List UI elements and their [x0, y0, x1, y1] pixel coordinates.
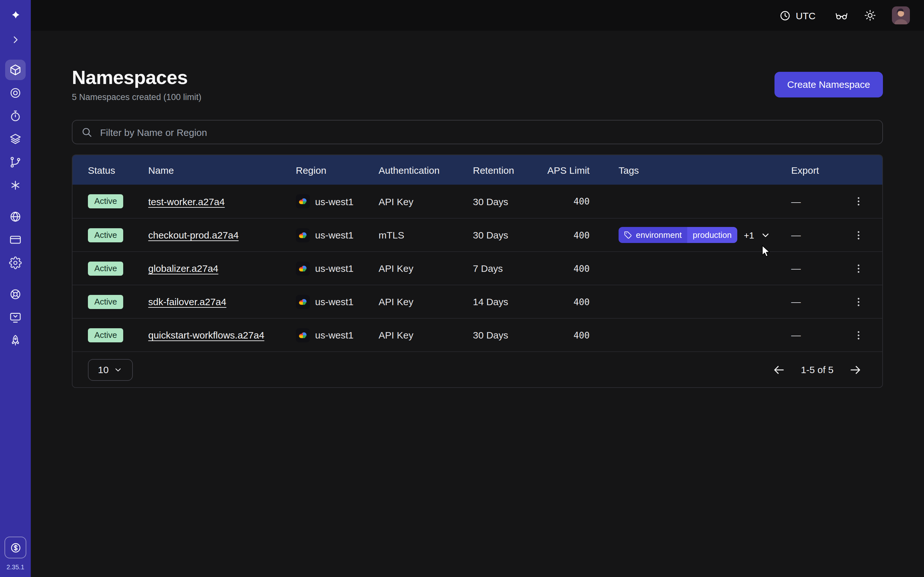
row-menu-button[interactable]: [850, 327, 867, 343]
col-region: Region: [296, 164, 379, 175]
namespaces-page: Namespaces 5 Namespaces created (100 lim…: [31, 31, 924, 388]
status-badge: Active: [88, 295, 124, 309]
table-footer: 10 1-5 of 5: [73, 351, 882, 387]
export-value: —: [791, 330, 843, 340]
search-icon: [81, 126, 92, 138]
retention-label: 30 Days: [473, 196, 548, 207]
table-row: Active test-worker.a27a4 us-west1 API Ke…: [73, 185, 882, 218]
auth-label: API Key: [379, 263, 473, 274]
temporal-logo[interactable]: [10, 0, 21, 31]
aps-limit-value: 400: [548, 230, 619, 240]
status-badge: Active: [88, 194, 124, 208]
connectivity-icon[interactable]: [5, 206, 26, 227]
task-queues-icon[interactable]: [5, 152, 26, 172]
status-badge: Active: [88, 228, 124, 242]
timezone-label: UTC: [796, 10, 816, 21]
gcp-cloud-icon: [296, 328, 310, 342]
tag-chip[interactable]: environment production: [619, 227, 738, 243]
pagination-range: 1-5 of 5: [801, 364, 834, 375]
gcp-cloud-icon: [296, 194, 310, 208]
chevron-down-icon: [114, 365, 123, 374]
theme-toggle-sun-icon[interactable]: [864, 9, 877, 22]
deployments-icon[interactable]: [5, 129, 26, 149]
gcp-cloud-icon: [296, 261, 310, 276]
settings-gear-icon[interactable]: [5, 253, 26, 273]
table-row: Active checkout-prod.a27a4 us-west1 mTLS…: [73, 218, 882, 251]
col-export: Export: [791, 164, 843, 175]
region-label: us-west1: [315, 330, 354, 340]
glasses-icon[interactable]: [835, 9, 848, 22]
gcp-cloud-icon: [296, 295, 310, 309]
auth-label: API Key: [379, 196, 473, 207]
expand-chevron-icon[interactable]: [5, 31, 26, 49]
aps-limit-value: 400: [548, 297, 619, 307]
page-title: Namespaces: [72, 67, 202, 88]
export-value: —: [791, 196, 843, 207]
support-lifebuoy-icon[interactable]: [5, 284, 26, 305]
namespace-link[interactable]: test-worker.a27a4: [148, 196, 225, 207]
status-badge: Active: [88, 328, 124, 342]
sidebar-nav-help: [5, 284, 26, 351]
export-value: —: [791, 229, 843, 240]
version-label: 2.35.1: [6, 564, 24, 571]
namespaces-icon[interactable]: [5, 60, 26, 80]
retention-label: 30 Days: [473, 330, 548, 340]
retention-label: 7 Days: [473, 263, 548, 274]
table-row: Active quickstart-workflows.a27a4 us-wes…: [73, 318, 882, 351]
col-retention: Retention: [473, 164, 548, 175]
nexus-icon[interactable]: [5, 175, 26, 195]
table-body: Active test-worker.a27a4 us-west1 API Ke…: [73, 185, 882, 351]
page-size-select[interactable]: 10: [88, 359, 133, 380]
retention-label: 14 Days: [473, 296, 548, 307]
auth-label: API Key: [379, 330, 473, 340]
schedules-icon[interactable]: [5, 106, 26, 126]
row-menu-button[interactable]: [850, 293, 867, 310]
timezone-button[interactable]: UTC: [775, 9, 819, 22]
sidebar-nav-account: [5, 206, 26, 273]
retention-label: 30 Days: [473, 229, 548, 240]
sidebar-nav-primary: [5, 60, 26, 195]
region-label: us-west1: [315, 263, 354, 274]
row-menu-button[interactable]: [850, 193, 867, 210]
prev-page-button[interactable]: [770, 361, 788, 379]
tag-key-label: environment: [636, 230, 682, 240]
row-menu-button[interactable]: [850, 227, 867, 243]
table-row: Active sdk-failover.a27a4 us-west1 API K…: [73, 285, 882, 318]
namespace-link[interactable]: checkout-prod.a27a4: [148, 229, 239, 240]
tag-more-count: +1: [744, 230, 754, 240]
col-tags: Tags: [619, 164, 791, 175]
region-label: us-west1: [315, 296, 354, 307]
tags-content: environment production +1: [619, 227, 771, 243]
usage-icon[interactable]: [5, 537, 26, 558]
next-page-button[interactable]: [846, 361, 864, 379]
search-field: [72, 120, 883, 144]
create-namespace-button[interactable]: Create Namespace: [774, 71, 883, 97]
row-menu-button[interactable]: [850, 260, 867, 277]
namespace-link[interactable]: globalizer.a27a4: [148, 263, 218, 274]
export-value: —: [791, 263, 843, 274]
page-size-value: 10: [98, 364, 108, 375]
getting-started-rocket-icon[interactable]: [5, 330, 26, 351]
region-label: us-west1: [315, 196, 354, 207]
billing-icon[interactable]: [5, 229, 26, 250]
aps-limit-value: 400: [548, 263, 619, 274]
tags-expand-chevron-icon[interactable]: [760, 230, 771, 240]
namespace-link[interactable]: quickstart-workflows.a27a4: [148, 330, 264, 340]
table-header-row: Status Name Region Authentication Retent…: [73, 155, 882, 185]
col-status: Status: [88, 164, 148, 175]
table-row: Active globalizer.a27a4 us-west1 API Key…: [73, 251, 882, 285]
namespace-link[interactable]: sdk-failover.a27a4: [148, 296, 226, 307]
aps-limit-value: 400: [548, 330, 619, 340]
col-name: Name: [148, 164, 296, 175]
workflows-icon[interactable]: [5, 83, 26, 103]
auth-label: API Key: [379, 296, 473, 307]
user-avatar[interactable]: [892, 6, 910, 24]
clock-icon: [779, 9, 791, 21]
auth-label: mTLS: [379, 229, 473, 240]
docs-icon[interactable]: [5, 307, 26, 327]
tag-value-label: production: [687, 227, 737, 243]
col-aps-limit: APS Limit: [548, 164, 619, 175]
status-badge: Active: [88, 261, 124, 276]
col-authentication: Authentication: [379, 164, 473, 175]
search-input[interactable]: [99, 126, 874, 138]
